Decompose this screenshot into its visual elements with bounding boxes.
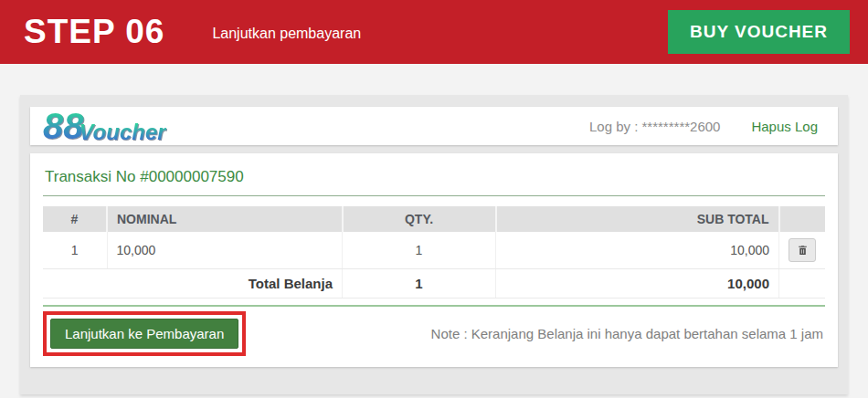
column-header-subtotal: SUB TOTAL: [496, 206, 779, 232]
buy-voucher-button[interactable]: BUY VOUCHER: [668, 10, 850, 54]
column-header-action: [779, 206, 826, 232]
cell-subtotal: 10,000: [496, 232, 779, 269]
total-qty: 1: [343, 269, 496, 298]
hapus-log-link[interactable]: Hapus Log: [751, 119, 818, 134]
table-bottom-divider: [43, 305, 825, 307]
column-header-num: #: [43, 206, 107, 232]
trash-icon: [797, 244, 809, 257]
cell-num: 1: [43, 232, 107, 269]
heading-divider: [43, 195, 825, 196]
table-row: 1 10,000 1 10,000: [43, 232, 825, 269]
column-header-qty: QTY.: [343, 206, 496, 232]
highlight-box: Lanjutkan ke Pembayaran: [43, 311, 246, 356]
column-header-nominal: NOMINAL: [107, 206, 343, 232]
step-title: STEP 06: [24, 13, 164, 51]
total-action-empty: [779, 269, 826, 298]
table-header-row: # NOMINAL QTY. SUB TOTAL: [43, 206, 825, 232]
cell-qty: 1: [343, 232, 496, 269]
card-content: Transaksi No #00000007590 # NOMINAL QTY.…: [30, 153, 838, 367]
logo-88-text: 88: [43, 110, 84, 141]
log-by-text: Log by : *********2600: [589, 119, 720, 134]
card-header: 88 Voucher Log by : *********2600 Hapus …: [30, 107, 838, 145]
cell-nominal: 10,000: [107, 232, 343, 269]
step-subtitle: Lanjutkan pembayaran: [212, 26, 361, 42]
total-subtotal: 10,000: [496, 269, 779, 298]
cart-table: # NOMINAL QTY. SUB TOTAL 1 10,000 1 10,0…: [43, 206, 825, 298]
delete-row-button[interactable]: [789, 238, 816, 262]
cell-action: [779, 232, 826, 269]
total-label: Total Belanja: [43, 269, 343, 298]
lanjutkan-pembayaran-button[interactable]: Lanjutkan ke Pembayaran: [50, 319, 238, 349]
cart-note: Note : Keranjang Belanja ini hanya dapat…: [431, 326, 825, 341]
table-total-row: Total Belanja 1 10,000: [43, 269, 825, 298]
transaction-title: Transaksi No #00000007590: [43, 164, 825, 195]
logo-voucher-text: Voucher: [79, 123, 166, 141]
88voucher-logo[interactable]: 88 Voucher: [43, 110, 166, 141]
footer-row: Lanjutkan ke Pembayaran Note : Keranjang…: [43, 311, 825, 356]
voucher-card: 88 Voucher Log by : *********2600 Hapus …: [20, 95, 848, 394]
step-banner: STEP 06 Lanjutkan pembayaran BUY VOUCHER: [0, 0, 868, 64]
